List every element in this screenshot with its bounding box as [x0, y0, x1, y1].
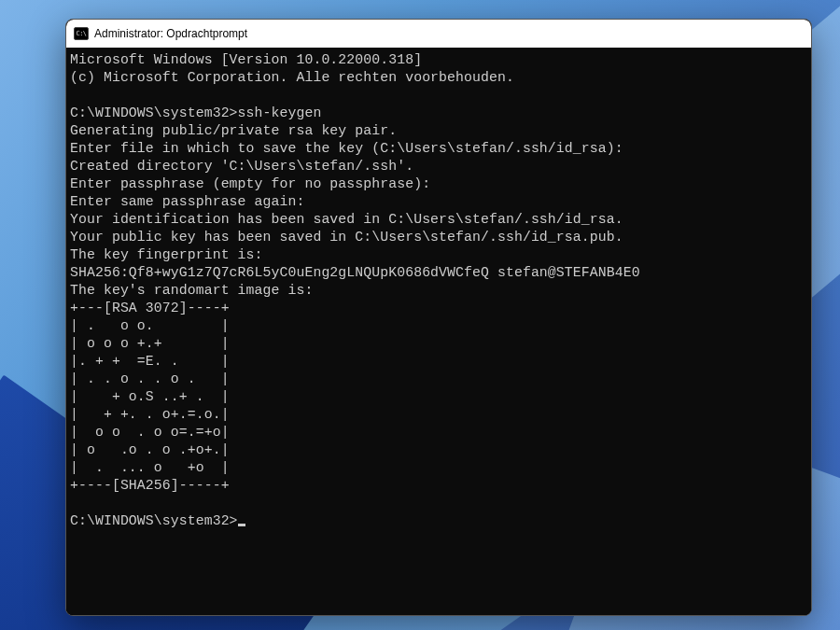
cmd-icon: C:\ [74, 27, 89, 40]
terminal-output[interactable]: Microsoft Windows [Version 10.0.22000.31… [66, 48, 811, 615]
cursor [238, 524, 245, 526]
terminal-lines: Microsoft Windows [Version 10.0.22000.31… [70, 52, 640, 493]
command-prompt-window: C:\ Administrator: Opdrachtprompt Micros… [65, 19, 812, 616]
titlebar[interactable]: C:\ Administrator: Opdrachtprompt [66, 20, 811, 48]
terminal-prompt: C:\WINDOWS\system32> [70, 513, 238, 528]
window-title: Administrator: Opdrachtprompt [94, 27, 247, 40]
